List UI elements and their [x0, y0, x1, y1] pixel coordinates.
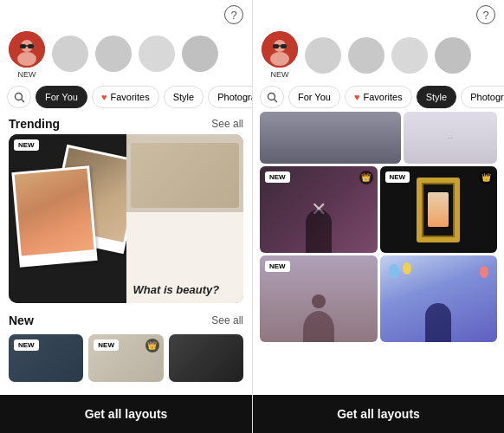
- tab-photo-left[interactable]: Photogra...: [208, 86, 252, 108]
- tab-for-you-right[interactable]: For You: [288, 86, 340, 108]
- grid-area: NEW 👑 ✕ NEW 👑: [253, 166, 504, 342]
- story-avatar-1: [52, 36, 88, 72]
- grid-cell-3[interactable]: [380, 255, 498, 342]
- trending-new-badge: NEW: [14, 139, 39, 151]
- svg-rect-12: [281, 44, 287, 48]
- thumb-0-badge: NEW: [14, 339, 39, 351]
- left-panel: ? NEW: [0, 0, 252, 433]
- main-avatar: [9, 31, 45, 68]
- heart-icon-left: ♥: [101, 92, 107, 102]
- grid-cell-1[interactable]: NEW 👑: [380, 166, 498, 253]
- right-panel: ? NEW: [252, 0, 504, 433]
- right-grid-content: ··· NEW 👑 ✕ NEW 👑: [253, 112, 504, 433]
- story-item-main[interactable]: NEW: [9, 31, 45, 79]
- story-avatar-r4: [435, 37, 471, 74]
- story-item-r1[interactable]: [305, 37, 341, 74]
- new-heading: New See all: [0, 308, 252, 331]
- svg-rect-4: [28, 44, 34, 48]
- tab-favorites-right[interactable]: ♥ Favorites: [345, 86, 412, 108]
- help-icon-left[interactable]: ?: [224, 5, 243, 24]
- thumb-0[interactable]: NEW: [9, 334, 83, 382]
- story-item-main-right[interactable]: NEW: [262, 31, 298, 79]
- tabs-row-left: For You ♥ Favorites Style Photogra...: [0, 84, 252, 112]
- polaroid-front: [11, 165, 97, 267]
- woman-photo: [15, 169, 94, 256]
- tab-favorites-left[interactable]: ♥ Favorites: [92, 86, 159, 108]
- thumb-1-crown: 👑: [145, 339, 159, 352]
- heart-icon-right: ♥: [354, 92, 360, 102]
- thumb-2[interactable]: [169, 334, 243, 382]
- story-avatar-r2: [348, 37, 384, 74]
- svg-line-15: [274, 99, 277, 102]
- scatter-1[interactable]: ···: [404, 112, 497, 164]
- cta-bar-left[interactable]: Get all layouts: [0, 395, 252, 433]
- tab-favorites-label-left: Favorites: [110, 92, 149, 102]
- right-header: ?: [253, 0, 504, 28]
- trending-heading: Trending See all: [0, 112, 252, 134]
- grid-row-1: NEW 👑 ✕ NEW 👑: [260, 166, 497, 253]
- story-label-main: NEW: [18, 70, 36, 79]
- trending-see-all[interactable]: See all: [211, 118, 243, 130]
- svg-rect-11: [273, 44, 279, 48]
- story-label-main-right: NEW: [271, 70, 289, 79]
- story-item-r4[interactable]: [435, 37, 471, 74]
- tabs-row-right: For You ♥ Favorites Style Photogra...: [253, 84, 504, 112]
- trending-title: Trending: [9, 117, 60, 131]
- thumb-1[interactable]: NEW 👑: [88, 334, 163, 382]
- story-avatar-r3: [391, 37, 428, 74]
- grid-cell-0-crown: 👑: [359, 171, 373, 184]
- story-avatar-2: [95, 36, 132, 72]
- scatter-0[interactable]: [260, 112, 401, 164]
- trending-card-inner: What is beauty?: [9, 134, 243, 303]
- beauty-text: What is beauty?: [133, 283, 220, 296]
- thumb-1-badge: NEW: [94, 339, 119, 351]
- grid-cell-0[interactable]: NEW 👑 ✕: [260, 166, 378, 253]
- story-item-2[interactable]: [95, 36, 132, 74]
- svg-line-7: [21, 99, 24, 102]
- stories-row-right: NEW: [253, 28, 504, 84]
- main-avatar-right: [262, 31, 298, 68]
- svg-point-14: [268, 93, 275, 100]
- grid-cell-1-new: NEW: [385, 171, 410, 183]
- tab-for-you-left[interactable]: For You: [36, 86, 87, 108]
- new-see-all[interactable]: See all: [211, 314, 243, 326]
- cta-text-right: Get all layouts: [337, 407, 420, 421]
- svg-point-6: [15, 93, 22, 100]
- card-right: What is beauty?: [126, 134, 244, 303]
- grid-cell-2[interactable]: NEW: [260, 255, 378, 342]
- grid-cell-0-new: NEW: [265, 171, 290, 183]
- new-section: New See all NEW NEW 👑: [0, 303, 252, 385]
- search-button-left[interactable]: [7, 86, 31, 108]
- tab-style-left[interactable]: Style: [164, 86, 204, 108]
- tab-favorites-label-right: Favorites: [363, 92, 402, 102]
- card-right-top: [126, 134, 244, 212]
- grid-row-2: NEW: [260, 255, 497, 342]
- card-right-bottom: What is beauty?: [126, 212, 244, 304]
- tab-photo-right[interactable]: Photogra...: [461, 86, 504, 108]
- cta-text-left: Get all layouts: [85, 407, 168, 421]
- story-avatar-4: [182, 36, 218, 72]
- story-item-1[interactable]: [52, 36, 88, 74]
- svg-point-2: [17, 52, 36, 66]
- cta-bar-right[interactable]: Get all layouts: [253, 395, 504, 433]
- grid-cell-1-crown: 👑: [479, 171, 493, 184]
- new-title: New: [9, 313, 34, 327]
- stories-row-left: NEW: [0, 28, 252, 84]
- story-item-r2[interactable]: [348, 37, 384, 74]
- thumbnails-row: NEW NEW 👑: [0, 331, 252, 385]
- search-button-right[interactable]: [260, 86, 284, 108]
- top-scatter: ···: [253, 112, 504, 164]
- card-left: [9, 134, 126, 303]
- story-item-4[interactable]: [182, 36, 218, 74]
- svg-point-10: [270, 52, 289, 66]
- svg-rect-3: [20, 44, 26, 48]
- story-item-r3[interactable]: [391, 37, 428, 74]
- left-header: ?: [0, 0, 252, 28]
- trending-card[interactable]: NEW What is beauty?: [9, 134, 243, 303]
- grid-cell-2-new: NEW: [265, 261, 290, 272]
- help-icon-right[interactable]: ?: [476, 5, 495, 24]
- story-item-3[interactable]: [139, 36, 175, 74]
- story-avatar-r1: [305, 37, 341, 74]
- story-avatar-3: [139, 36, 175, 72]
- tab-style-right[interactable]: Style: [417, 86, 456, 108]
